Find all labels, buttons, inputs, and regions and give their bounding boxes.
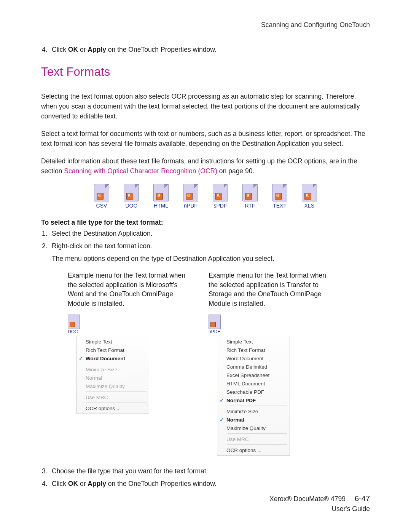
page-number: 6-47 — [355, 493, 370, 504]
check-icon: ✓ — [217, 397, 226, 403]
left-icon-label: DOC — [68, 329, 190, 334]
step-number: 4. — [42, 479, 52, 489]
ok-label: OK — [68, 46, 78, 53]
step-number: 3. — [42, 466, 52, 476]
menu-item-rich-text[interactable]: Rich Text Format — [217, 346, 290, 354]
menu-item-use-mrc: Use MRC — [217, 435, 290, 443]
format-text: TEXT — [268, 184, 291, 209]
file-icon — [94, 184, 109, 201]
menu-separator — [227, 406, 287, 406]
format-npdf: nPDF — [179, 184, 202, 209]
apply-label: Apply — [88, 46, 106, 53]
step-text: Click OK or Apply on the OneTouch Proper… — [52, 479, 370, 489]
breadcrumb: Scanning and Configuring OneTouch — [261, 21, 370, 29]
paragraph-1: Selecting the text format option also se… — [41, 92, 370, 121]
menu-item-word-document[interactable]: ✓Word Document — [76, 354, 149, 363]
menu-item-word-document[interactable]: Word Document — [217, 354, 290, 363]
format-label: DOC — [125, 203, 137, 209]
right-format-icon: nPDF — [209, 315, 330, 334]
example-right-column: Example menu for the Text format when th… — [209, 271, 330, 456]
menu-separator — [227, 433, 287, 434]
step-note: The menu options depend on the type of D… — [52, 254, 370, 264]
menu-item-comma-delimited[interactable]: Comma Delimited — [217, 363, 290, 371]
menu-item-searchable-pdf[interactable]: Searchable PDF — [217, 388, 290, 396]
step-number: 4. — [42, 45, 52, 54]
file-icon — [153, 184, 169, 201]
left-format-icon: DOC — [68, 315, 190, 334]
menu-separator — [86, 391, 147, 392]
section-heading: Text Formats — [41, 65, 370, 79]
apply-label: Apply — [88, 480, 106, 487]
paragraph-2: Select a text format for documents with … — [41, 129, 370, 149]
page-footer: Xerox® DocuMate® 4799 6-47 User's Guide — [269, 493, 370, 514]
menu-item-ocr-options[interactable]: OCR options ... — [217, 446, 290, 454]
format-icon-row: CSV DOC HTML nPDF sPDF RTF TEXT XLS — [41, 184, 370, 209]
menu-separator — [86, 403, 147, 403]
menu-item-simple-text[interactable]: Simple Text — [76, 337, 149, 346]
ocr-link[interactable]: Scanning with Optical Character Recognit… — [64, 167, 217, 175]
menu-item-maximize-quality[interactable]: Maximize Quality — [217, 424, 290, 432]
intro-step-4: 4. Click OK or Apply on the OneTouch Pro… — [41, 45, 370, 54]
step-1: 1. Select the Destination Application. — [41, 229, 370, 238]
menu-item-simple-text[interactable]: Simple Text — [217, 337, 290, 346]
format-doc: DOC — [120, 184, 143, 209]
left-caption: Example menu for the Text format when th… — [68, 271, 190, 308]
menu-item-rich-text[interactable]: Rich Text Format — [76, 346, 149, 354]
file-icon — [183, 184, 198, 201]
file-icon — [124, 184, 139, 201]
step-4: 4. Click OK or Apply on the OneTouch Pro… — [41, 479, 370, 489]
format-xls: XLS — [298, 184, 321, 209]
menu-item-html-document[interactable]: HTML Document — [217, 379, 290, 388]
paragraph-3: Detailed information about these text fi… — [41, 157, 370, 176]
step-text: Choose the file type that you want for t… — [52, 466, 370, 476]
format-rtf: RTF — [239, 184, 261, 209]
context-menu-right: Simple Text Rich Text Format Word Docume… — [217, 336, 290, 456]
format-label: XLS — [304, 203, 314, 209]
check-icon: ✓ — [76, 355, 86, 361]
menu-item-excel-spreadsheet[interactable]: Excel Spreadsheet — [217, 371, 290, 379]
file-icon — [302, 184, 317, 201]
file-icon — [213, 184, 228, 201]
step-number: 1. — [42, 229, 52, 238]
step-2: 2. Right-click on the text format icon. — [41, 241, 370, 251]
step-number: 2. — [42, 241, 52, 251]
menu-item-maximize-quality: Maximize Quality — [76, 382, 149, 390]
menu-item-normal: Normal — [76, 374, 149, 382]
select-filetype-heading: To select a file type for the text forma… — [41, 219, 370, 227]
menu-item-normal-pdf[interactable]: ✓Normal PDF — [217, 396, 290, 404]
format-label: sPDF — [214, 203, 227, 209]
ok-label: OK — [68, 480, 78, 487]
file-icon — [272, 184, 287, 201]
right-caption: Example menu for the Text format when th… — [209, 271, 330, 308]
menu-item-ocr-options[interactable]: OCR options ... — [76, 404, 149, 412]
file-icon — [242, 184, 258, 201]
format-label: nPDF — [184, 203, 198, 209]
context-menu-left: Simple Text Rich Text Format ✓Word Docum… — [76, 336, 149, 414]
footer-subtitle: User's Guide — [269, 504, 370, 514]
menu-separator — [86, 364, 147, 364]
page-header: Scanning and Configuring OneTouch — [41, 21, 370, 29]
menu-item-use-mrc: Use MRC — [76, 393, 149, 401]
step-text: Select the Destination Application. — [52, 229, 370, 238]
right-icon-label: nPDF — [209, 329, 330, 334]
file-icon — [68, 315, 80, 329]
step-text: Right-click on the text format icon. — [52, 241, 370, 251]
step-text: Click OK or Apply on the OneTouch Proper… — [52, 45, 370, 54]
menu-item-normal[interactable]: ✓Normal — [217, 415, 290, 424]
format-csv: CSV — [90, 184, 113, 209]
file-icon — [209, 315, 221, 329]
product-name: Xerox® DocuMate® 4799 — [269, 494, 346, 504]
format-spdf: sPDF — [209, 184, 232, 209]
format-label: TEXT — [273, 203, 287, 209]
menu-item-minimize-size: Minimize Size — [76, 365, 149, 374]
check-icon: ✓ — [217, 417, 226, 423]
format-label: CSV — [96, 203, 107, 209]
format-html: HTML — [150, 184, 172, 209]
format-label: RTF — [245, 203, 255, 209]
example-left-column: Example menu for the Text format when th… — [68, 271, 190, 456]
menu-item-minimize-size[interactable]: Minimize Size — [217, 407, 290, 415]
menu-separator — [227, 444, 287, 445]
step-3: 3. Choose the file type that you want fo… — [41, 466, 370, 476]
format-label: HTML — [154, 203, 168, 209]
